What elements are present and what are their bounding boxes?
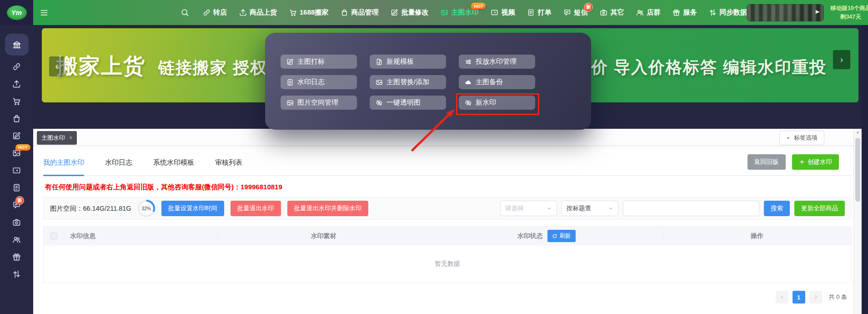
nav-item-batch-edit[interactable]: 批量修改 <box>391 8 428 17</box>
sidebar-item-upload[interactable] <box>0 75 33 92</box>
edit-icon <box>391 9 398 16</box>
storage-usage-ring: 32% <box>138 200 155 217</box>
scroll-up-arrow-icon[interactable]: ▲ <box>854 130 862 134</box>
search-mode-select[interactable]: 按标题查 <box>562 201 618 216</box>
menu-item-one-click-transparent[interactable]: 一键透明图 <box>370 96 446 110</box>
hamburger-menu-icon[interactable] <box>40 8 49 17</box>
watermark-card: 我的主图水印 水印日志 系统水印模板 审核列表 返回旧版 创建水印 有任何使用问… <box>33 146 862 304</box>
sidebar-item-video[interactable] <box>0 162 33 179</box>
nav-item-sms[interactable]: 短信新 <box>563 8 587 17</box>
sidebar-item-sync[interactable] <box>0 265 33 283</box>
tag-options-button[interactable]: 标签选项 <box>779 131 824 145</box>
sidebar-item-gift[interactable] <box>0 248 33 265</box>
sidebar-item-users[interactable] <box>0 231 33 248</box>
close-icon[interactable]: × <box>69 135 72 141</box>
create-watermark-button[interactable]: 创建水印 <box>792 154 839 170</box>
nav-item-print-order[interactable]: 打单 <box>527 8 551 17</box>
hot-badge: HOT <box>15 144 30 151</box>
back-old-version-button[interactable]: 返回旧版 <box>748 154 786 170</box>
store-dropdown-arrow-icon: ▶ <box>816 9 819 15</box>
menu-item-deploy-watermark-manage[interactable]: 投放水印管理 <box>459 55 535 69</box>
search-icon[interactable] <box>181 8 189 17</box>
filter-select[interactable]: 请选择 <box>500 201 557 216</box>
sidebar-item-home[interactable] <box>0 31 33 58</box>
filter-select-placeholder: 请选择 <box>505 204 524 213</box>
prev-page-button[interactable] <box>776 291 788 304</box>
sync-icon <box>709 9 717 16</box>
nav-item-transfer-shop[interactable]: 转店 <box>203 8 227 17</box>
sidebar-item-doc[interactable] <box>0 179 33 196</box>
sidebar-item-cart[interactable] <box>0 92 33 110</box>
nav-item-product-manage[interactable]: 商品管理 <box>341 8 378 17</box>
sidebar-item-camera[interactable] <box>0 213 33 231</box>
sidebar-item-watermark[interactable]: HOT <box>0 144 33 162</box>
camera-icon <box>600 9 607 16</box>
sidebar-item-bag[interactable] <box>0 110 33 127</box>
nav-item-shop-group[interactable]: 店群 <box>636 8 660 17</box>
bag-icon <box>341 9 348 16</box>
nav-item-video[interactable]: 视频 <box>491 8 515 17</box>
logo-text: Ym <box>11 9 22 16</box>
plan-line2: 剩347天 <box>830 13 868 21</box>
batch-set-watermark-time-button[interactable]: 批量设置水印时间 <box>161 201 224 216</box>
image-icon <box>441 9 448 16</box>
sidebar-item-message[interactable]: 新 <box>0 196 33 213</box>
nav-item-product-upload[interactable]: 商品上货 <box>239 8 277 17</box>
nav-item-service[interactable]: 服务 <box>672 8 697 17</box>
select-all-checkbox[interactable] <box>50 233 57 239</box>
tab-system-templates[interactable]: 系统水印模板 <box>153 150 194 176</box>
tab-my-watermark[interactable]: 我的主图水印 <box>43 150 84 176</box>
caret-down-icon <box>786 136 790 140</box>
menu-item-image-space-manage[interactable]: 图片空间管理 <box>281 96 357 110</box>
refresh-button[interactable]: 刷新 <box>547 230 576 242</box>
batch-exit-delete-watermark-button[interactable]: 批量退出水印并删除水印 <box>287 201 369 216</box>
app-window: Ym HOT 新 转店 商品上货 1688搬家 商品管理 <box>0 0 868 314</box>
total-count-text: 共 0 条 <box>829 293 847 301</box>
pagination: 1 共 0 条 <box>43 291 852 304</box>
update-all-products-button[interactable]: 更新全部商品 <box>794 201 845 216</box>
banner-next-button[interactable]: › <box>833 50 850 69</box>
tab-review-list[interactable]: 审核列表 <box>215 150 242 176</box>
sliders-icon <box>465 58 472 66</box>
cloud-icon <box>465 79 472 86</box>
eye-off-icon <box>465 99 472 106</box>
menu-item-main-image-backup[interactable]: 主图备份 <box>459 75 535 89</box>
next-page-button[interactable] <box>809 291 822 304</box>
plan-info: 移动版10个商品 剩347天 <box>830 4 868 20</box>
menu-item-new-watermark[interactable]: 新水印 <box>459 96 535 110</box>
edit-icon <box>12 132 21 140</box>
bag-icon <box>12 114 21 123</box>
batch-exit-watermark-button[interactable]: 批量退出水印 <box>231 201 281 216</box>
nav-item-sync-data[interactable]: 同步数据 <box>709 8 747 17</box>
search-button[interactable]: 搜索 <box>764 201 790 216</box>
vertical-scrollbar[interactable]: ▲ <box>853 129 862 314</box>
tab-watermark-log[interactable]: 水印日志 <box>105 150 132 176</box>
menu-item-watermark-log[interactable]: 水印日志 <box>281 75 357 89</box>
banner-prev-button[interactable]: ‹ <box>49 56 65 76</box>
nav-item-other[interactable]: 其它 <box>600 8 624 17</box>
search-input[interactable] <box>623 201 759 216</box>
chevron-right-icon <box>813 294 818 300</box>
nav-item-1688-move[interactable]: 1688搬家 <box>289 8 328 17</box>
app-logo[interactable]: Ym <box>0 0 33 25</box>
open-tab-chip-watermark[interactable]: 主图水印 × <box>37 131 77 145</box>
nav-item-main-image-watermark[interactable]: 主图水印HOT <box>441 8 478 17</box>
column-header-watermark-material: 水印素材 <box>217 227 430 245</box>
doc-icon <box>527 9 535 16</box>
plan-line1: 移动版10个商品 <box>830 4 868 12</box>
new-badge: 新 <box>15 196 24 205</box>
sync-icon <box>12 270 21 279</box>
sidebar-item-edit[interactable] <box>0 127 33 144</box>
store-name-redacted[interactable]: ▶ <box>747 4 824 21</box>
menu-item-main-image-mark[interactable]: 主图打标 <box>281 55 357 69</box>
current-page-button[interactable]: 1 <box>793 291 805 304</box>
gift-icon <box>672 9 680 16</box>
menu-item-new-template[interactable]: 新规模板 <box>370 55 446 69</box>
menu-item-main-image-replace[interactable]: 主图替换/添加 <box>370 75 446 89</box>
banner-right-text: 披露价 导入价格标答 编辑水印重投 <box>557 56 827 79</box>
scrollbar-thumb[interactable] <box>855 138 860 202</box>
users-icon <box>12 235 21 244</box>
sidebar-item-link[interactable] <box>0 58 33 75</box>
storage-percent: 32% <box>141 206 151 211</box>
upload-icon <box>239 9 247 16</box>
